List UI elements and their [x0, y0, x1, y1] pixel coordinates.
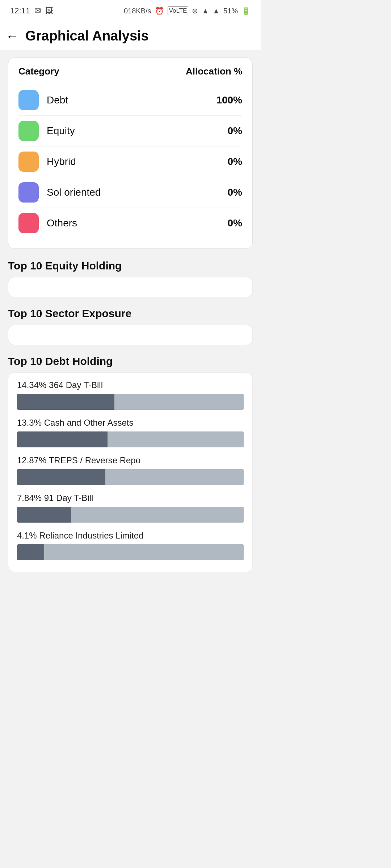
debt-holding-bar-0 [17, 394, 244, 410]
others-color-swatch [18, 213, 39, 233]
bluetooth-icon: ⊛ [192, 7, 198, 15]
debt-holding-fill-2 [17, 469, 105, 485]
top10-sector-card [8, 325, 253, 345]
hybrid-color-swatch [18, 152, 39, 172]
debt-color-swatch [18, 90, 39, 110]
debt-holding-row-3: 7.84% 91 Day T-Bill [17, 493, 244, 523]
hybrid-label: Hybrid [47, 156, 76, 167]
status-left: 12:11 ✉ 🖼 [10, 6, 53, 16]
content-area: Category Allocation % Debt 100% Equity 0… [0, 50, 261, 587]
wifi-icon: ▲ [202, 7, 209, 15]
network-speed: 018KB/s [124, 7, 151, 15]
volte-icon: VoLTE [168, 7, 189, 15]
debt-holding-label-1: 13.3% Cash and Other Assets [17, 418, 244, 428]
category-row-others: Others 0% [18, 208, 242, 238]
equity-label: Equity [47, 125, 75, 137]
alarm-icon: ⏰ [155, 7, 164, 15]
others-label: Others [47, 217, 77, 229]
category-row-debt: Debt 100% [18, 85, 242, 115]
battery-display: 51% [223, 7, 238, 15]
debt-holding-label-4: 4.1% Reliance Industries Limited [17, 531, 244, 541]
header: ← Graphical Analysis [0, 22, 261, 50]
back-button[interactable]: ← [6, 29, 19, 44]
allocation-column-header: Allocation % [186, 66, 242, 77]
debt-holding-remaining-0 [114, 394, 244, 410]
debt-holding-remaining-2 [105, 469, 244, 485]
debt-holding-bar-1 [17, 431, 244, 447]
debt-holding-row-0: 14.34% 364 Day T-Bill [17, 380, 244, 410]
top10-equity-card [8, 277, 253, 297]
category-row-equity: Equity 0% [18, 116, 242, 146]
top10-debt-card: 14.34% 364 Day T-Bill 13.3% Cash and Oth… [8, 373, 253, 572]
signal-icon: ▲ [213, 7, 220, 15]
top10-sector-title: Top 10 Sector Exposure [8, 307, 253, 320]
debt-label: Debt [47, 94, 68, 106]
others-allocation: 0% [228, 217, 242, 229]
category-column-header: Category [18, 66, 59, 77]
time-display: 12:11 [10, 6, 30, 16]
debt-holding-row-1: 13.3% Cash and Other Assets [17, 418, 244, 447]
status-right: 018KB/s ⏰ VoLTE ⊛ ▲ ▲ 51% 🔋 [124, 7, 251, 15]
status-bar: 12:11 ✉ 🖼 018KB/s ⏰ VoLTE ⊛ ▲ ▲ 51% 🔋 [0, 0, 261, 22]
debt-holding-fill-3 [17, 507, 71, 523]
mail-icon: ✉ [34, 6, 41, 16]
debt-holding-bar-4 [17, 544, 244, 560]
top10-equity-title: Top 10 Equity Holding [8, 260, 253, 272]
debt-allocation: 100% [216, 94, 242, 106]
category-allocation-card: Category Allocation % Debt 100% Equity 0… [8, 58, 253, 249]
image-icon: 🖼 [45, 6, 53, 16]
debt-holding-remaining-3 [71, 507, 244, 523]
debt-holding-bar-3 [17, 507, 244, 523]
sol-oriented-allocation: 0% [228, 187, 242, 198]
debt-holding-fill-1 [17, 431, 108, 447]
page-title: Graphical Analysis [25, 28, 149, 44]
debt-holding-fill-4 [17, 544, 44, 560]
equity-color-swatch [18, 121, 39, 141]
debt-holding-fill-0 [17, 394, 114, 410]
sol-oriented-label: Sol oriented [47, 187, 101, 198]
equity-allocation: 0% [228, 125, 242, 137]
debt-holding-label-0: 14.34% 364 Day T-Bill [17, 380, 244, 390]
sol-oriented-color-swatch [18, 182, 39, 203]
debt-holding-label-2: 12.87% TREPS / Reverse Repo [17, 455, 244, 465]
category-card-header: Category Allocation % [18, 66, 242, 77]
debt-holding-remaining-4 [44, 544, 244, 560]
top10-debt-title: Top 10 Debt Holding [8, 355, 253, 367]
category-row-sol-oriented: Sol oriented 0% [18, 177, 242, 208]
debt-holding-row-2: 12.87% TREPS / Reverse Repo [17, 455, 244, 485]
debt-holding-label-3: 7.84% 91 Day T-Bill [17, 493, 244, 503]
battery-icon: 🔋 [241, 7, 251, 15]
debt-holding-row-4: 4.1% Reliance Industries Limited [17, 531, 244, 560]
debt-holding-bar-2 [17, 469, 244, 485]
category-row-hybrid: Hybrid 0% [18, 146, 242, 177]
debt-holding-remaining-1 [108, 431, 244, 447]
hybrid-allocation: 0% [228, 156, 242, 167]
